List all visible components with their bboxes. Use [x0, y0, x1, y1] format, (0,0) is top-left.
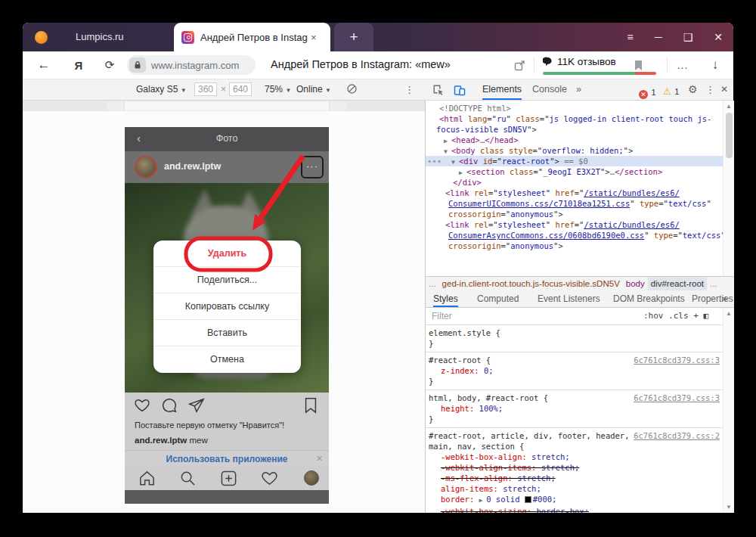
- post-username[interactable]: and.rew.lptw: [164, 161, 221, 172]
- minimize-button[interactable]: ─: [655, 32, 662, 42]
- back-button[interactable]: ←: [36, 51, 51, 79]
- search-icon[interactable]: [179, 470, 197, 487]
- dom-tree-row[interactable]: ▶<head>…</head>: [426, 135, 723, 145]
- dom-tree-row[interactable]: •••▼<div id="react-root"> == $0: [426, 156, 723, 166]
- css-property[interactable]: -webkit-box-sizing: border-box;: [429, 506, 720, 513]
- comment-icon[interactable]: [161, 397, 178, 414]
- expand-arrow-icon[interactable]: ▶: [479, 497, 487, 504]
- zoom-select[interactable]: 75% ▼: [265, 84, 291, 95]
- yandex-icon[interactable]: Я: [71, 51, 86, 79]
- dom-tree-row[interactable]: </div>: [426, 177, 723, 188]
- styles-scrollbar[interactable]: ▲ ▼: [723, 308, 734, 513]
- scroll-down-icon[interactable]: ▼: [726, 504, 732, 511]
- open-in-window-icon[interactable]: [513, 51, 526, 79]
- menu-item-option[interactable]: Поделиться...: [153, 267, 301, 293]
- dom-tree-row[interactable]: ▶<section class="_9eogI E3X2T">…</sectio…: [426, 166, 723, 177]
- warning-badge[interactable]: ⚠ 1: [663, 84, 679, 98]
- styles-pane-tab-computed[interactable]: Computed: [477, 290, 519, 307]
- tab-instagram[interactable]: Андрей Петров в Instag ×: [174, 23, 330, 51]
- maximize-button[interactable]: ❑: [683, 32, 693, 42]
- dom-tree-row[interactable]: crossorigin="anonymous">: [426, 209, 723, 219]
- css-property[interactable]: align-items: stretch;: [429, 483, 720, 494]
- menu-item-option[interactable]: Отмена: [153, 346, 301, 373]
- avatar[interactable]: [135, 156, 157, 178]
- css-selector[interactable]: html, body, #react-root {: [429, 393, 548, 402]
- menu-item-option[interactable]: Вставить: [153, 320, 301, 346]
- home-icon[interactable]: [138, 470, 156, 487]
- inspect-element-icon[interactable]: [432, 84, 445, 96]
- bookmark-icon[interactable]: [631, 51, 645, 79]
- css-property[interactable]: border: ▶ 0 solid #000;: [429, 494, 720, 506]
- expand-arrow-icon[interactable]: ▶: [444, 136, 451, 145]
- breadcrumb-item[interactable]: ged-in.client-root.touch.js-focus-visibl…: [439, 277, 623, 290]
- device-select[interactable]: Galaxy S5 ▼: [136, 84, 187, 95]
- more-tabs-icon[interactable]: »: [576, 79, 581, 100]
- styles-pane-tab-event-listeners[interactable]: Event Listeners: [538, 290, 600, 307]
- css-property[interactable]: z-index: 0;: [429, 365, 720, 376]
- styles-pane-tab--[interactable]: »: [722, 290, 727, 307]
- profile-avatar-icon[interactable]: [304, 470, 319, 486]
- elements-scrollbar[interactable]: ▲: [723, 101, 734, 276]
- tab-close-icon[interactable]: ×: [311, 32, 317, 43]
- device-toolbar-menu-icon[interactable]: ⋮: [404, 84, 414, 95]
- network-throttle-select[interactable]: Online ▼: [296, 84, 331, 95]
- dom-tree-row[interactable]: <link rel="stylesheet" href="/static/bun…: [426, 219, 723, 230]
- css-property[interactable]: -webkit-box-align: stretch;: [429, 452, 720, 462]
- row-more-icon[interactable]: •••: [427, 156, 442, 166]
- new-post-icon[interactable]: [220, 470, 237, 487]
- toggle-device-toolbar-icon[interactable]: [454, 84, 466, 96]
- styles-pane-tab-dom-breakpoints[interactable]: DOM Breakpoints: [613, 290, 685, 307]
- close-window-button[interactable]: ✕: [714, 32, 723, 42]
- menu-item-option[interactable]: Копировать ссылку: [153, 293, 301, 320]
- scrollbar-thumb[interactable]: [726, 113, 733, 158]
- css-selector[interactable]: #react-root {: [429, 355, 491, 365]
- css-selector[interactable]: element.style {: [429, 328, 500, 337]
- css-property[interactable]: height: 100%;: [429, 403, 720, 414]
- caption-username[interactable]: and.rew.lptw: [135, 436, 187, 445]
- menu-item-delete[interactable]: Удалить: [153, 241, 301, 267]
- like-icon[interactable]: [134, 397, 150, 414]
- reviews-badge[interactable]: 11K отзывов: [543, 56, 616, 67]
- dom-tree-row[interactable]: ▼<body class style="overflow: hidden;">: [426, 145, 723, 156]
- scroll-up-icon[interactable]: ▲: [726, 310, 732, 317]
- viewport-height-input[interactable]: 640: [229, 82, 252, 96]
- dom-tree-row[interactable]: focus-visible sDN5V">: [426, 124, 723, 135]
- color-swatch[interactable]: [525, 496, 531, 503]
- media-query-bar[interactable]: [23, 101, 425, 111]
- expand-arrow-icon[interactable]: ▶: [459, 168, 466, 177]
- activity-icon[interactable]: [261, 470, 278, 487]
- new-tab-button[interactable]: +: [334, 23, 373, 51]
- css-property[interactable]: -ms-flex-align: stretch;: [429, 473, 720, 483]
- tab-console[interactable]: Console: [532, 79, 567, 100]
- dom-tree-row[interactable]: <!DOCTYPE html>: [426, 103, 723, 113]
- browser-menu-icon[interactable]: ≡: [627, 32, 634, 42]
- styles-pane-tab-styles[interactable]: Styles: [433, 290, 458, 307]
- rotate-device-icon[interactable]: [346, 83, 358, 95]
- tab-elements[interactable]: Elements: [482, 79, 522, 100]
- use-app-link[interactable]: Использовать приложение: [125, 454, 329, 464]
- banner-close-icon[interactable]: ✕: [316, 454, 323, 464]
- expand-arrow-icon[interactable]: ▼: [451, 157, 459, 166]
- url-field[interactable]: www.instagram.com: [127, 55, 256, 75]
- tab-lumpics[interactable]: Lumpics.ru: [76, 31, 124, 42]
- save-bookmark-icon[interactable]: [303, 397, 318, 414]
- extensions-more-icon[interactable]: ...: [674, 51, 691, 79]
- post-options-button[interactable]: ···: [301, 156, 324, 178]
- breadcrumb-item[interactable]: ...: [707, 277, 720, 290]
- viewport-width-input[interactable]: 360: [194, 82, 217, 96]
- devtools-close-icon[interactable]: ✕: [720, 84, 728, 95]
- dom-tree-row[interactable]: <link rel="stylesheet" href="/static/bun…: [426, 188, 723, 198]
- expand-arrow-icon[interactable]: ▼: [444, 147, 451, 156]
- download-icon[interactable]: ↓: [708, 51, 723, 79]
- share-icon[interactable]: [188, 397, 205, 414]
- devtools-menu-icon[interactable]: ⋮: [705, 84, 715, 95]
- css-property[interactable]: -webkit-align-items: stretch;: [429, 462, 720, 473]
- breadcrumb-item[interactable]: body: [623, 277, 648, 290]
- breadcrumb-item[interactable]: ...: [426, 277, 439, 290]
- dom-tree-row[interactable]: crossorigin="anonymous">: [426, 241, 723, 251]
- error-badge[interactable]: ✕ 1: [639, 85, 656, 99]
- css-source-link[interactable]: 6c761c8cd379.css:2: [634, 430, 720, 441]
- filter-input[interactable]: Filter: [432, 311, 452, 321]
- devtools-settings-icon[interactable]: ⚙: [688, 83, 698, 95]
- dom-tree-row[interactable]: ConsumerAsyncCommons.css/0608bd6190e0.cs…: [426, 230, 723, 241]
